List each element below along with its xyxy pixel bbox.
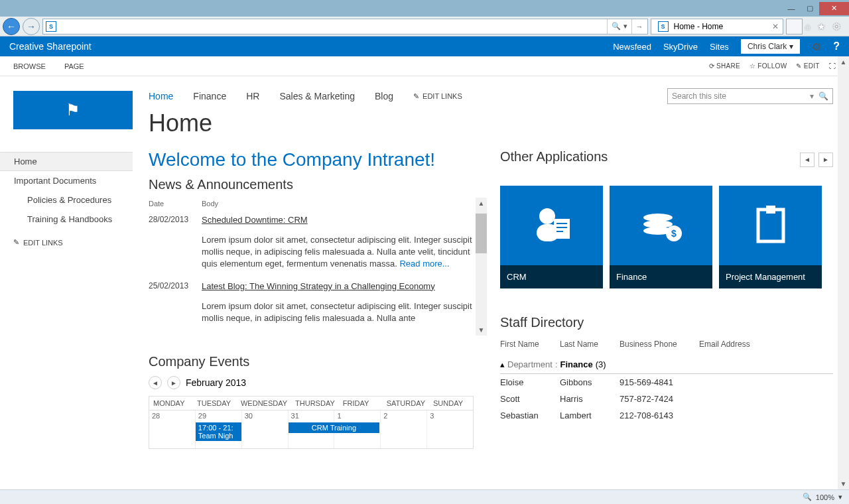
ql-training[interactable]: Training & Handbooks <box>0 210 133 229</box>
cal-cell[interactable]: 3 <box>427 410 473 448</box>
search-box[interactable]: Search this site ▾ 🔍 <box>667 88 833 104</box>
ql-important-documents[interactable]: Important Documents <box>0 171 133 190</box>
clipboard-icon <box>719 204 822 244</box>
suite-link-newsfeed[interactable]: Newsfeed <box>613 42 651 52</box>
col-phone[interactable]: Business Phone <box>620 340 686 349</box>
cal-cell[interactable]: 29 17:00 - 21:Team Nigh <box>196 410 242 448</box>
cal-prev-button[interactable]: ◄ <box>149 376 162 389</box>
site-logo[interactable]: ⚑ <box>13 91 133 129</box>
favorites-icon[interactable]: ★ <box>817 21 826 32</box>
cal-cell[interactable]: 28 <box>149 410 196 448</box>
event-team-night[interactable]: 17:00 - 21:Team Nigh <box>196 422 241 441</box>
cal-next-button[interactable]: ► <box>167 376 180 389</box>
help-button[interactable]: ? <box>833 40 840 52</box>
tile-crm[interactable]: CRM <box>500 186 603 288</box>
cal-cell[interactable]: 30 <box>242 410 289 448</box>
scroll-up-button[interactable]: ▲ <box>838 56 849 68</box>
cal-cell[interactable]: 2 <box>381 410 427 448</box>
home-icon[interactable]: ⌂ <box>805 21 811 32</box>
main-area: ⚑ Home Important Documents Policies & Pr… <box>0 76 849 493</box>
zoom-dropdown[interactable]: ▾ <box>838 493 842 501</box>
cal-cell[interactable]: 31 CRM Training <box>289 410 335 448</box>
suite-link-skydrive[interactable]: SkyDrive <box>663 42 698 52</box>
back-button[interactable]: ← <box>3 18 20 35</box>
nav-blog[interactable]: Blog <box>375 91 393 101</box>
tools-gear-icon[interactable]: ⚙ <box>832 21 841 32</box>
new-tab-button[interactable] <box>786 19 803 34</box>
ribbon-tab-page[interactable]: PAGE <box>64 62 84 70</box>
col-date: Date <box>149 200 202 208</box>
settings-gear-icon[interactable]: ⚙ <box>812 40 821 53</box>
search-icon[interactable]: 🔍 <box>818 92 828 101</box>
news-scrollbar[interactable]: ▲ ▼ <box>476 198 487 336</box>
news-body: Lorem ipsum dolor sit amet, consectetur … <box>202 300 474 324</box>
svg-rect-4 <box>556 227 567 228</box>
nav-sales[interactable]: Sales & Marketing <box>279 91 355 101</box>
cal-day-hdr: SATURDAY <box>383 397 429 410</box>
window-maximize-button[interactable]: ▢ <box>801 2 819 15</box>
col-firstname[interactable]: First Name <box>500 340 547 349</box>
tab-close-button[interactable]: ✕ <box>772 22 779 31</box>
sharepoint-icon: S <box>658 21 669 32</box>
scroll-up-button[interactable]: ▲ <box>476 198 487 209</box>
news-title-link[interactable]: Scheduled Downtime: CRM <box>202 215 474 225</box>
apps-next-button[interactable]: ► <box>818 153 833 167</box>
address-input[interactable] <box>59 22 607 31</box>
chevron-down-icon[interactable]: ▾ <box>810 92 814 101</box>
person-doc-icon <box>500 204 603 244</box>
ql-policies[interactable]: Policies & Procedures <box>0 190 133 210</box>
suite-link-sites[interactable]: Sites <box>710 42 729 52</box>
site-title[interactable]: Creative Sharepoint <box>9 41 92 52</box>
user-menu[interactable]: Chris Clark ▾ <box>741 39 800 54</box>
sharepoint-icon: S <box>46 21 56 32</box>
ql-edit-links[interactable]: ✎ EDIT LINKS <box>0 238 133 247</box>
tile-finance[interactable]: $ Finance <box>610 186 712 288</box>
zoom-icon[interactable]: 🔍 <box>803 493 812 501</box>
cal-day-hdr: MONDAY <box>149 397 193 410</box>
group-header[interactable]: ▴ Department : Finance (3) <box>500 353 833 374</box>
news-item: 25/02/2013 Latest Blog: The Winning Stra… <box>149 276 474 330</box>
ribbon-tab-browse[interactable]: BROWSE <box>13 62 46 70</box>
scroll-down-button[interactable]: ▼ <box>838 478 849 489</box>
search-glyph[interactable]: 🔍 ▾ <box>607 19 631 34</box>
cal-month: February 2013 <box>186 377 246 388</box>
apps-prev-button[interactable]: ◄ <box>800 153 815 167</box>
forward-button[interactable]: → <box>23 18 40 35</box>
scroll-down-button[interactable]: ▼ <box>476 324 487 336</box>
address-bar[interactable]: S 🔍 ▾ → <box>42 19 648 34</box>
nav-home[interactable]: Home <box>149 91 173 101</box>
staff-row[interactable]: SebastianLambert212-708-6143 <box>500 407 833 424</box>
window-close-button[interactable]: ✕ <box>819 2 849 15</box>
col-lastname[interactable]: Last Name <box>560 340 606 349</box>
scroll-thumb[interactable] <box>476 214 487 253</box>
share-button[interactable]: ⟳SHARE <box>709 62 740 70</box>
read-more-link[interactable]: Read more... <box>399 259 449 269</box>
edit-button[interactable]: ✎EDIT <box>796 62 819 70</box>
pencil-icon: ✎ <box>413 92 419 101</box>
nav-hr[interactable]: HR <box>246 91 259 101</box>
staff-row[interactable]: EloiseGibbons915-569-4841 <box>500 374 833 391</box>
news-title-link[interactable]: Latest Blog: The Winning Strategy in a C… <box>202 281 474 291</box>
tile-project-management[interactable]: Project Management <box>719 186 822 288</box>
nav-edit-links[interactable]: ✎ EDIT LINKS <box>413 92 462 101</box>
browser-tab[interactable]: S Home - Home ✕ <box>651 19 783 34</box>
follow-button[interactable]: ☆FOLLOW <box>750 62 787 70</box>
nav-finance[interactable]: Finance <box>193 91 226 101</box>
window-minimize-button[interactable]: — <box>782 2 801 15</box>
go-button[interactable]: → <box>631 19 647 34</box>
news-heading: News & Announcements <box>149 177 474 192</box>
tile-label: CRM <box>500 265 603 288</box>
app-tiles: CRM $ Finance Project Management <box>500 186 833 288</box>
page-scrollbar[interactable]: ▲ ▼ <box>838 56 849 489</box>
tile-label: Project Management <box>719 265 822 288</box>
focus-button[interactable]: ⛶ <box>829 62 836 70</box>
col-email[interactable]: Email Address <box>699 340 765 349</box>
staff-row[interactable]: ScottHarris757-872-7424 <box>500 391 833 407</box>
svg-rect-5 <box>556 231 563 232</box>
svg-rect-2 <box>554 219 570 239</box>
ql-home[interactable]: Home <box>0 152 133 171</box>
cal-cell[interactable]: 1 <box>334 410 381 448</box>
col-body: Body <box>202 200 218 208</box>
news-item: 28/02/2013 Scheduled Downtime: CRM Lorem… <box>149 210 474 276</box>
news-list: Date Body 28/02/2013 Scheduled Downtime:… <box>149 198 474 336</box>
